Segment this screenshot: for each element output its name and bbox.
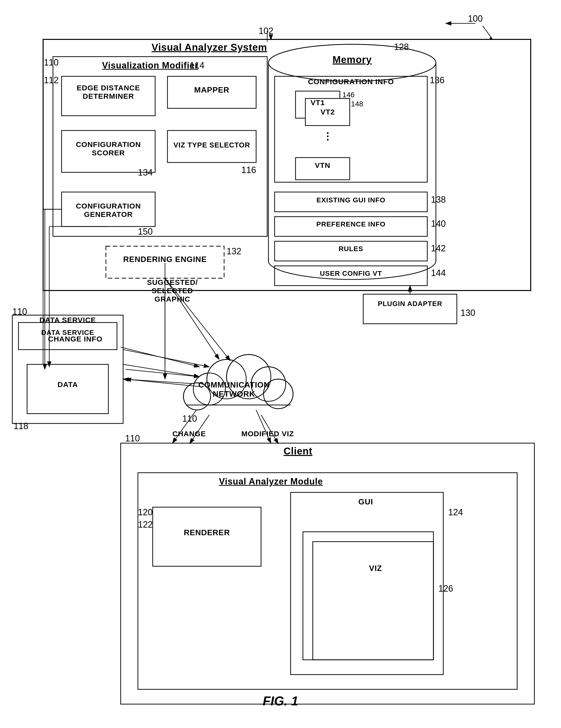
ref-104: 110 xyxy=(125,433,140,444)
ref-122: 122 xyxy=(138,519,153,530)
config-gen-label: Configuration Generator xyxy=(63,202,154,219)
ref-124: 124 xyxy=(448,507,463,518)
ref-106: 110 xyxy=(12,307,27,317)
config-scorer-label: Configuration Scorer xyxy=(63,140,154,157)
ref-110: 110 xyxy=(44,57,59,68)
vtn-label: VtN xyxy=(297,161,349,170)
gui-label: GUI xyxy=(317,497,415,506)
cloud-svg xyxy=(172,345,296,414)
svg-rect-24 xyxy=(363,294,457,324)
ref-142: 142 xyxy=(431,243,446,254)
rules-label: Rules xyxy=(276,245,426,253)
ref-150: 150 xyxy=(138,226,153,237)
ref-128: 128 xyxy=(394,42,409,52)
svg-rect-2 xyxy=(43,39,531,291)
ref-120: 120 xyxy=(138,507,153,518)
svg-marker-68 xyxy=(490,36,493,40)
ref-108: 110 xyxy=(182,414,197,424)
svg-rect-33 xyxy=(313,542,434,660)
arrow-100 xyxy=(438,14,488,33)
ref-138: 138 xyxy=(431,194,446,205)
memory-title: Memory xyxy=(301,54,404,65)
modified-viz-label: Modified Viz xyxy=(241,430,294,438)
user-config-vt-label: User Config Vt xyxy=(276,270,426,277)
data-service-outer-label: Data Service xyxy=(15,316,121,324)
vt2-label: Vt2 xyxy=(307,108,348,116)
config-info-label: Configuration Info xyxy=(277,78,425,86)
svg-rect-27 xyxy=(27,364,108,414)
line-102 xyxy=(266,31,268,43)
data-label: Data xyxy=(28,380,107,389)
svg-rect-31 xyxy=(291,492,443,675)
existing-gui-label: Existing GUI Info xyxy=(276,196,426,204)
ref-146: 146 xyxy=(342,91,355,99)
edge-distance-label: Edge Distance Determiner xyxy=(63,84,154,100)
ref-132: 132 xyxy=(226,246,241,257)
data-service-inner-label: Data Service xyxy=(20,329,116,337)
ref-112: 112 xyxy=(44,75,59,85)
ref-140: 140 xyxy=(431,219,446,229)
vas-title: Visual Analyzer System xyxy=(123,42,296,53)
svg-rect-32 xyxy=(303,532,434,660)
ref-130: 130 xyxy=(461,308,475,318)
renderer-label: Renderer xyxy=(154,528,260,537)
change-label: Change xyxy=(172,430,206,438)
mapper-label: Mapper xyxy=(169,85,255,95)
viz-type-label: Viz Type Selector xyxy=(169,141,255,149)
ref-136: 136 xyxy=(430,75,445,85)
ref-118: 118 xyxy=(14,421,28,431)
dots: ⋮ xyxy=(323,130,333,142)
vam-title: Visual Analyzer Module xyxy=(172,476,370,487)
ref-114: 114 xyxy=(190,60,204,71)
ref-134: 134 xyxy=(138,167,153,178)
vt1-label: Vt1 xyxy=(297,98,339,107)
ref-148: 148 xyxy=(351,100,363,108)
comm-network-label: Communication Network xyxy=(181,380,287,399)
diagram-container: 100 102 Visual Analyzer System 110 Visua… xyxy=(0,0,561,728)
svg-line-78 xyxy=(261,415,278,444)
rendering-engine-label: Rendering Engine xyxy=(108,255,222,264)
preference-info-label: Preference Info xyxy=(276,220,426,228)
fig-caption: FIG. 1 xyxy=(0,694,561,708)
plugin-adapter-label: Plugin Adapter xyxy=(366,300,454,308)
client-title: Client xyxy=(249,446,347,457)
suggested-selected-label: Suggested/ Selected Graphic xyxy=(138,278,207,303)
ref-126: 126 xyxy=(438,583,453,594)
ref-116: 116 xyxy=(241,165,256,175)
viz-label: Viz xyxy=(339,564,413,573)
ref-144: 144 xyxy=(431,268,446,278)
